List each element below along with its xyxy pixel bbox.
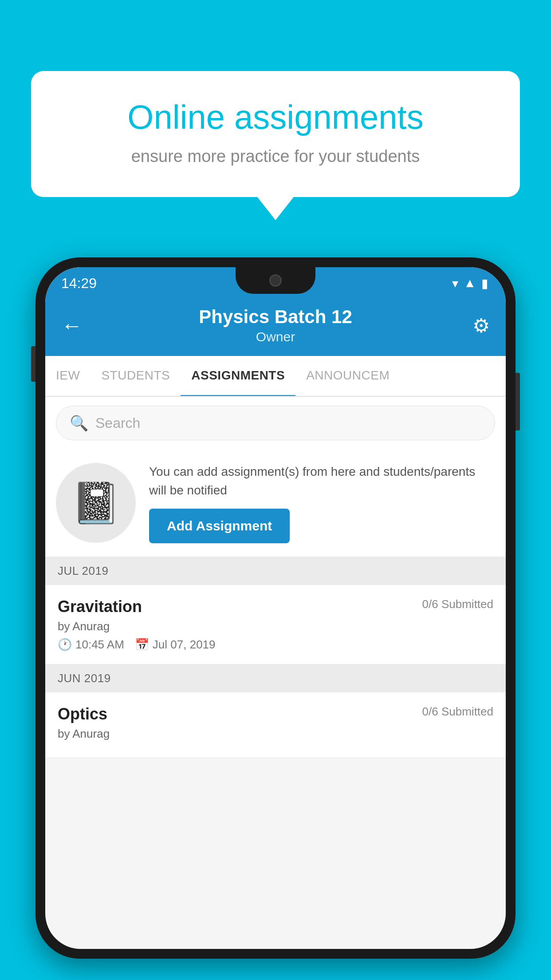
- assignment-meta-gravitation: 🕐 10:45 AM 📅 Jul 07, 2019: [58, 638, 493, 652]
- phone-outer: 14:29 ▾ ▲ ▮ ← Physics Batch 12 Owner ⚙ I…: [35, 257, 516, 959]
- assignment-date-value: Jul 07, 2019: [153, 638, 216, 652]
- tab-iew[interactable]: IEW: [45, 356, 91, 396]
- phone-frame: 14:29 ▾ ▲ ▮ ← Physics Batch 12 Owner ⚙ I…: [35, 257, 516, 980]
- promo-content: You can add assignment(s) from here and …: [149, 462, 495, 543]
- notebook-icon: 📓: [71, 480, 121, 526]
- month-header-jul: JUL 2019: [45, 557, 506, 585]
- app-header: ← Physics Batch 12 Owner ⚙: [45, 299, 506, 356]
- assignment-time: 🕐 10:45 AM: [58, 638, 124, 652]
- speech-bubble-container: Online assignments ensure more practice …: [31, 71, 520, 197]
- volume-button: [31, 346, 35, 382]
- assignment-title-gravitation: Gravitation: [58, 597, 142, 616]
- status-time: 14:29: [61, 275, 97, 292]
- promo-text: You can add assignment(s) from here and …: [149, 462, 495, 500]
- month-header-jun: JUN 2019: [45, 664, 506, 692]
- assignment-item-optics[interactable]: Optics 0/6 Submitted by Anurag: [45, 692, 506, 758]
- search-icon: 🔍: [70, 414, 88, 432]
- header-center: Physics Batch 12 Owner: [88, 306, 463, 344]
- calendar-icon: 📅: [135, 638, 149, 652]
- assignment-submitted-gravitation: 0/6 Submitted: [422, 597, 493, 611]
- month-label-jun: JUN 2019: [58, 672, 111, 685]
- header-subtitle: Owner: [88, 329, 463, 344]
- add-assignment-button[interactable]: Add Assignment: [149, 509, 290, 543]
- assignment-author-gravitation: by Anurag: [58, 620, 493, 633]
- promo-section: 📓 You can add assignment(s) from here an…: [45, 449, 506, 557]
- back-button[interactable]: ←: [61, 313, 88, 338]
- wifi-icon: ▾: [452, 276, 458, 291]
- tab-assignments[interactable]: ASSIGNMENTS: [181, 356, 295, 397]
- assignment-date: 📅 Jul 07, 2019: [135, 638, 216, 652]
- assignment-submitted-optics: 0/6 Submitted: [422, 705, 493, 719]
- tab-students[interactable]: STUDENTS: [91, 356, 181, 396]
- month-label-jul: JUL 2019: [58, 564, 108, 577]
- settings-button[interactable]: ⚙: [463, 314, 490, 337]
- assignment-top-optics: Optics 0/6 Submitted: [58, 705, 493, 723]
- assignment-author-optics: by Anurag: [58, 727, 493, 741]
- assignment-top: Gravitation 0/6 Submitted: [58, 597, 493, 616]
- search-bar: 🔍 Search: [45, 397, 506, 449]
- battery-icon: ▮: [481, 276, 488, 291]
- status-icons: ▾ ▲ ▮: [452, 276, 488, 291]
- tab-announcements[interactable]: ANNOUNCEM: [295, 356, 400, 396]
- phone-screen: 14:29 ▾ ▲ ▮ ← Physics Batch 12 Owner ⚙ I…: [45, 267, 506, 949]
- phone-notch: [236, 267, 315, 294]
- search-input-wrapper[interactable]: 🔍 Search: [56, 406, 495, 440]
- assignment-item-gravitation[interactable]: Gravitation 0/6 Submitted by Anurag 🕐 10…: [45, 585, 506, 664]
- power-button: [516, 373, 520, 431]
- speech-bubble-subtitle: ensure more practice for your students: [62, 147, 489, 166]
- signal-icon: ▲: [464, 276, 476, 290]
- speech-bubble: Online assignments ensure more practice …: [31, 71, 520, 197]
- assignment-time-value: 10:45 AM: [75, 638, 124, 652]
- phone-camera: [269, 274, 282, 287]
- clock-icon: 🕐: [58, 638, 72, 652]
- tab-bar: IEW STUDENTS ASSIGNMENTS ANNOUNCEM: [45, 356, 506, 397]
- assignment-title-optics: Optics: [58, 705, 107, 723]
- promo-icon-circle: 📓: [56, 463, 136, 543]
- speech-bubble-title: Online assignments: [62, 98, 489, 136]
- header-title: Physics Batch 12: [88, 306, 463, 328]
- search-placeholder: Search: [95, 415, 140, 431]
